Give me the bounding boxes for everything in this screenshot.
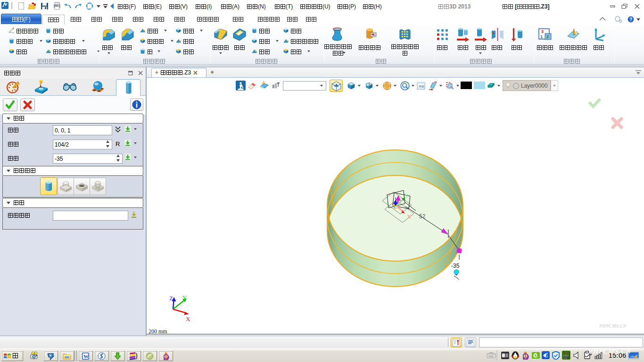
svg-text:PHPCMS.CN: PHPCMS.CN: [599, 323, 627, 329]
svg-text:X: X: [407, 213, 412, 220]
svg-text:-35: -35: [451, 263, 460, 269]
svg-text:52: 52: [419, 213, 426, 220]
svg-text:Y: Y: [404, 192, 409, 199]
svg-text:X: X: [186, 315, 190, 322]
svg-text:W: W: [83, 354, 89, 359]
svg-text:200 mm: 200 mm: [149, 328, 167, 334]
svg-text:Y: Y: [182, 294, 187, 301]
svg-text:Z: Z: [169, 295, 173, 302]
svg-text:?: ?: [629, 17, 632, 22]
